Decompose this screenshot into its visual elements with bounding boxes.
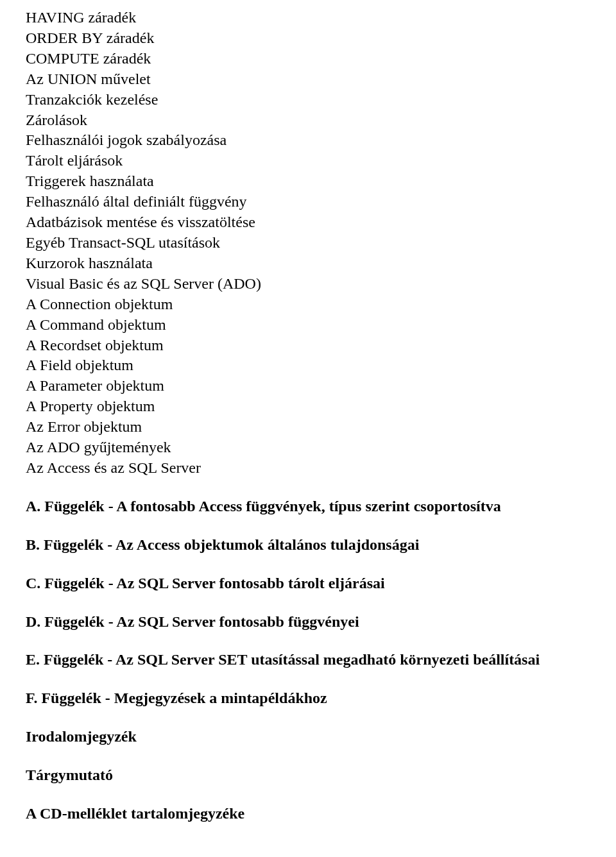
appendix-heading: D. Függelék - Az SQL Server fontosabb fü… bbox=[26, 612, 590, 632]
topic-line: A Property objektum bbox=[26, 396, 590, 417]
appendix-heading: A. Függelék - A fontosabb Access függvén… bbox=[26, 496, 590, 517]
topic-line: Adatbázisok mentése és visszatöltése bbox=[26, 212, 590, 233]
topic-list: HAVING záradék ORDER BY záradék COMPUTE … bbox=[26, 8, 590, 479]
document-page: HAVING záradék ORDER BY záradék COMPUTE … bbox=[0, 0, 616, 857]
section-heading: Tárgymutató bbox=[26, 765, 590, 786]
topic-line: Tranzakciók kezelése bbox=[26, 90, 590, 110]
topic-line: A Recordset objektum bbox=[26, 335, 590, 356]
topic-line: A Field objektum bbox=[26, 355, 590, 376]
topic-line: Kurzorok használata bbox=[26, 253, 590, 274]
appendix-heading-text: B. Függelék - Az Access objektumok által… bbox=[26, 536, 419, 553]
appendix-heading: F. Függelék - Megjegyzések a mintapéldák… bbox=[26, 688, 590, 709]
topic-line: ORDER BY záradék bbox=[26, 28, 590, 49]
topic-line: A Connection objektum bbox=[26, 294, 590, 315]
section-heading: Irodalomjegyzék bbox=[26, 727, 590, 747]
topic-line: A Command objektum bbox=[26, 315, 590, 335]
topic-line: Triggerek használata bbox=[26, 171, 590, 192]
section-heading-text: Irodalomjegyzék bbox=[26, 728, 137, 745]
appendix-heading-text: E. Függelék - Az SQL Server SET utasítás… bbox=[26, 651, 540, 668]
appendix-heading: E. Függelék - Az SQL Server SET utasítás… bbox=[26, 650, 590, 670]
topic-line: Tárolt eljárások bbox=[26, 151, 590, 171]
section-heading-text: Tárgymutató bbox=[26, 767, 113, 783]
appendix-heading-text: A. Függelék - A fontosabb Access függvén… bbox=[26, 498, 501, 514]
topic-line: HAVING záradék bbox=[26, 8, 590, 28]
topic-line: Felhasználói jogok szabályozása bbox=[26, 130, 590, 151]
topic-line: Felhasználó által definiált függvény bbox=[26, 192, 590, 212]
topic-line: Az UNION művelet bbox=[26, 69, 590, 90]
appendix-heading: B. Függelék - Az Access objektumok által… bbox=[26, 535, 590, 556]
appendix-heading-text: C. Függelék - Az SQL Server fontosabb tá… bbox=[26, 575, 385, 591]
topic-line: Visual Basic és az SQL Server (ADO) bbox=[26, 274, 590, 294]
appendix-list: A. Függelék - A fontosabb Access függvén… bbox=[26, 496, 590, 824]
topic-line: Az ADO gyűjtemények bbox=[26, 437, 590, 458]
topic-line: Egyéb Transact-SQL utasítások bbox=[26, 233, 590, 253]
appendix-heading: C. Függelék - Az SQL Server fontosabb tá… bbox=[26, 573, 590, 594]
topic-line: A Parameter objektum bbox=[26, 376, 590, 396]
section-heading: A CD-melléklet tartalomjegyzéke bbox=[26, 804, 590, 824]
topic-line: Az Access és az SQL Server bbox=[26, 458, 590, 479]
appendix-heading-text: D. Függelék - Az SQL Server fontosabb fü… bbox=[26, 613, 359, 630]
appendix-heading-text: F. Függelék - Megjegyzések a mintapéldák… bbox=[26, 690, 327, 706]
topic-line: Az Error objektum bbox=[26, 417, 590, 437]
topic-line: Zárolások bbox=[26, 110, 590, 131]
section-heading-text: A CD-melléklet tartalomjegyzéke bbox=[26, 805, 244, 822]
topic-line: COMPUTE záradék bbox=[26, 49, 590, 69]
